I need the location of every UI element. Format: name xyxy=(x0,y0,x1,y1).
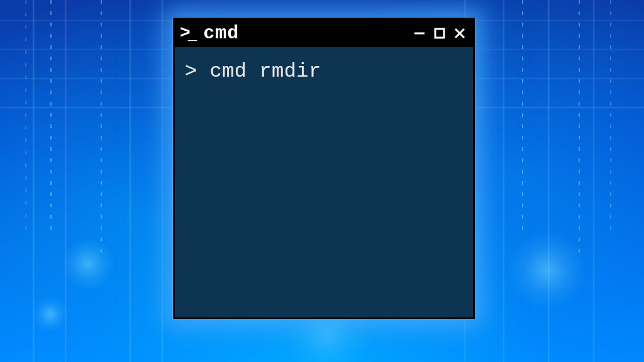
maximize-button[interactable] xyxy=(433,26,447,40)
window-controls xyxy=(413,26,467,40)
decorative-streak xyxy=(50,0,52,235)
command-line: > cmd rmdir xyxy=(185,58,463,85)
svg-rect-1 xyxy=(435,29,444,38)
close-button[interactable] xyxy=(453,26,467,40)
decorative-streak xyxy=(25,0,26,235)
titlebar[interactable]: >_ cmd xyxy=(175,19,473,47)
minimize-button[interactable] xyxy=(413,26,426,40)
window-title: cmd xyxy=(202,23,408,44)
decorative-streak xyxy=(101,0,102,253)
decorative-streak xyxy=(610,0,611,235)
terminal-body[interactable]: > cmd rmdir xyxy=(175,47,473,317)
decorative-streak xyxy=(522,0,523,235)
terminal-window: >_ cmd > cmd rmdir xyxy=(173,18,475,319)
command-line-text: > cmd rmdir xyxy=(185,58,321,85)
decorative-streak xyxy=(579,0,580,253)
terminal-prompt-icon: >_ xyxy=(180,25,197,42)
